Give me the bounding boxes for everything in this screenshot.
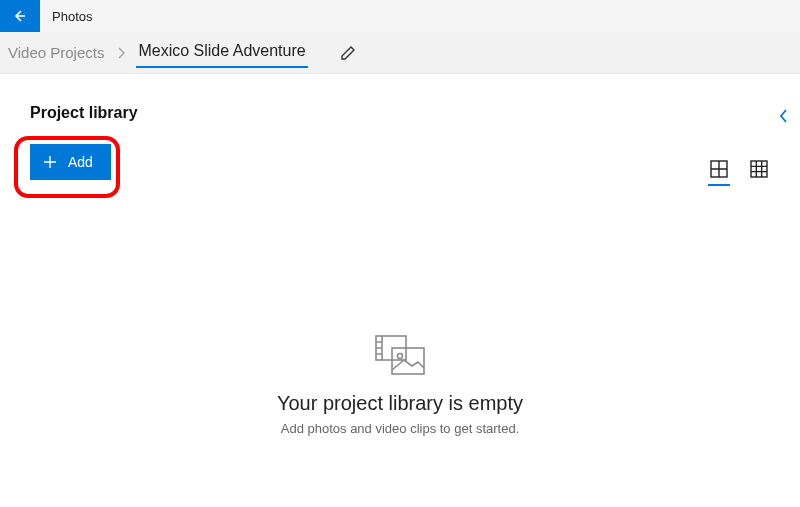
plus-icon <box>42 154 58 170</box>
back-button[interactable] <box>0 0 40 32</box>
add-button-label: Add <box>68 154 93 170</box>
svg-rect-3 <box>392 348 424 374</box>
empty-state: Your project library is empty Add photos… <box>0 334 800 436</box>
arrow-left-icon <box>12 8 28 24</box>
empty-subtitle: Add photos and video clips to get starte… <box>281 421 520 436</box>
svg-point-4 <box>398 354 403 359</box>
content-area: Project library Add Your project libra <box>0 74 800 507</box>
pencil-icon <box>340 45 356 61</box>
view-large-tiles-button[interactable] <box>708 160 730 186</box>
breadcrumb-current[interactable]: Mexico Slide Adventure <box>136 38 307 66</box>
empty-title: Your project library is empty <box>277 392 523 415</box>
breadcrumb-underline <box>136 66 307 68</box>
titlebar: Photos <box>0 0 800 32</box>
add-button[interactable]: Add <box>30 144 111 180</box>
view-toggle-group <box>708 160 770 186</box>
breadcrumb-parent[interactable]: Video Projects <box>6 38 106 67</box>
collapse-panel-button[interactable] <box>774 104 794 128</box>
app-title: Photos <box>52 9 92 24</box>
chevron-left-icon <box>778 108 790 124</box>
view-small-tiles-button[interactable] <box>748 160 770 178</box>
grid-3x3-icon <box>750 160 768 178</box>
svg-rect-1 <box>751 161 767 177</box>
chevron-right-icon <box>116 47 126 59</box>
rename-button[interactable] <box>334 39 362 67</box>
empty-media-icon <box>374 334 426 376</box>
section-title: Project library <box>30 104 770 122</box>
breadcrumb-current-wrap: Mexico Slide Adventure <box>136 38 307 68</box>
grid-2x2-icon <box>710 160 728 178</box>
breadcrumb: Video Projects Mexico Slide Adventure <box>0 32 800 74</box>
